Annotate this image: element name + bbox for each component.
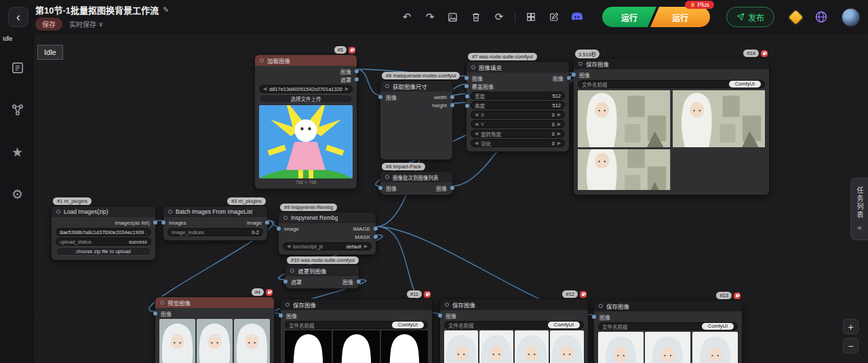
input-port[interactable] <box>465 76 469 80</box>
saved-image[interactable] <box>515 330 549 363</box>
node-save-image-12[interactable]: #12 保存图像 图像 文件名前缀ComfyUI <box>439 299 589 363</box>
saved-image[interactable] <box>381 330 428 363</box>
output-port[interactable] <box>374 235 378 239</box>
saved-image[interactable] <box>673 90 766 147</box>
input-port[interactable] <box>283 280 288 284</box>
zoom-out-button[interactable]: − <box>843 338 859 354</box>
input-port[interactable] <box>438 313 442 318</box>
image-select-combo[interactable]: ◀ d817e13d40051542c0701a13203... ▶ <box>259 85 353 93</box>
saved-image[interactable] <box>285 330 332 363</box>
widget-rotation[interactable]: ◀旋转角度0▶ <box>471 130 565 138</box>
preview-image[interactable] <box>234 319 270 363</box>
saved-image-grid[interactable] <box>578 90 765 190</box>
collapse-dot-icon[interactable] <box>56 210 60 214</box>
input-port[interactable] <box>161 221 165 225</box>
filename-prefix-widget[interactable]: 文件名前缀ComfyUI <box>598 322 738 330</box>
input-port[interactable] <box>153 311 157 316</box>
node-header[interactable]: 保存图像 <box>574 58 769 69</box>
edit-title-icon[interactable]: ✎ <box>163 5 169 14</box>
saved-image[interactable] <box>692 332 738 363</box>
combo-next-icon[interactable]: ▶ <box>345 86 349 92</box>
node-load-image[interactable]: #5 加载图像 图像 遮罩 ◀ d817e13d40051542c0701a13… <box>254 54 357 189</box>
widget-x[interactable]: ◀X0▶ <box>471 111 565 119</box>
run-button[interactable]: 运行 <box>602 7 656 27</box>
export-image-button[interactable] <box>444 8 462 26</box>
node-batch-from-imagelist[interactable]: #3 rh_plugins Batch Images From ImageLis… <box>163 206 268 241</box>
increment-icon[interactable]: ▶ <box>557 140 561 146</box>
preview-image[interactable] <box>159 319 195 363</box>
output-port[interactable] <box>265 221 269 225</box>
run-plus-button[interactable]: 运行 <box>650 7 710 27</box>
layout-grid-button[interactable] <box>522 8 540 26</box>
image-indices-widget[interactable]: image_indices0-2 <box>167 228 263 236</box>
collapse-dot-icon[interactable] <box>285 303 290 307</box>
input-port[interactable] <box>465 104 469 108</box>
increment-icon[interactable]: ▶ <box>557 121 561 127</box>
node-get-image-size[interactable]: #6 masquerade-nodes-comfyui 获取图像尺寸 图像wid… <box>380 80 453 160</box>
task-list-tab[interactable]: 任务列表 « <box>850 178 868 240</box>
output-port[interactable] <box>153 221 157 225</box>
preview-image[interactable] <box>197 319 233 363</box>
saved-image[interactable] <box>479 330 513 363</box>
node-header[interactable]: 图像填充 <box>467 62 569 73</box>
collapse-dot-icon[interactable] <box>168 210 172 214</box>
node-save-image-11[interactable]: #11 保存图像 图像 文件名前缀ComfyUI <box>280 299 433 363</box>
saved-image[interactable] <box>578 149 671 190</box>
saved-image[interactable] <box>333 330 380 363</box>
saved-image[interactable] <box>578 90 671 147</box>
collapse-dot-icon[interactable] <box>260 58 264 62</box>
filename-prefix-widget[interactable]: 文件名前缀ComfyUI <box>285 321 428 329</box>
combo-prev-icon[interactable]: ◀ <box>263 86 267 92</box>
combo-prev-icon[interactable]: ◀ <box>287 244 290 249</box>
sidebar-item-favorites[interactable]: ★ <box>8 142 27 161</box>
choose-zip-button[interactable]: choose zip file to upload <box>56 247 151 256</box>
decrement-icon[interactable]: ◀ <box>475 140 478 146</box>
node-load-images-zip[interactable]: #1 rh_plugins Load Images(zip) images(as… <box>51 206 156 261</box>
collapse-dot-icon[interactable] <box>445 303 449 307</box>
output-port[interactable] <box>374 227 378 231</box>
saved-image[interactable] <box>645 332 690 363</box>
zip-file-combo[interactable]: 8ae5398b7a8c1d37690e2034ec1909 ... <box>56 228 151 236</box>
node-inspyrenet-rembg[interactable]: #9 Inspyrenet-Rembg Inspyrenet Rembg ima… <box>278 212 376 255</box>
node-header[interactable]: 加载图像 <box>255 55 357 66</box>
saved-image[interactable] <box>550 330 584 363</box>
node-header[interactable]: 保存图像 <box>440 299 588 310</box>
collapse-dot-icon[interactable] <box>290 269 294 273</box>
output-port[interactable] <box>355 77 359 81</box>
increment-icon[interactable]: ▶ <box>557 112 561 117</box>
sidebar-item-panel[interactable] <box>8 58 27 77</box>
upload-image-button[interactable]: 选择文件上传 <box>259 94 353 103</box>
user-avatar[interactable] <box>842 8 860 26</box>
sidebar-item-settings[interactable]: ⚙ <box>8 185 27 204</box>
language-globe-button[interactable] <box>814 10 828 24</box>
decrement-icon[interactable]: ◀ <box>475 112 478 117</box>
saved-image[interactable] <box>598 332 644 363</box>
output-port[interactable] <box>355 69 359 73</box>
output-port[interactable] <box>357 280 361 284</box>
node-header[interactable]: 遮罩到图像 <box>285 265 359 276</box>
zoom-in-button[interactable]: + <box>843 319 859 335</box>
input-port[interactable] <box>378 186 382 190</box>
input-port[interactable] <box>465 84 469 88</box>
node-mask-to-image[interactable]: #10 was-node-suite-comfyui 遮罩到图像 遮罩图像 <box>285 265 359 289</box>
undo-button[interactable]: ↶ <box>398 8 416 26</box>
collapse-dot-icon[interactable] <box>471 65 475 69</box>
widget-height[interactable]: 高度512 <box>471 101 565 109</box>
node-batch-to-list[interactable]: #8 Impact-Pack 图像批次到图像列表 图像图像 <box>380 171 453 195</box>
node-header[interactable]: Batch Images From ImageList <box>163 206 267 217</box>
output-port[interactable] <box>450 103 454 107</box>
torchscript-combo[interactable]: ◀torchscript_jitdefault▶ <box>283 242 372 250</box>
collapse-dot-icon[interactable] <box>578 62 583 66</box>
input-port[interactable] <box>592 315 596 319</box>
combo-next-icon[interactable]: ▶ <box>364 244 368 249</box>
input-port[interactable] <box>465 94 469 98</box>
redo-button[interactable]: ↷ <box>421 8 439 26</box>
node-header[interactable]: 保存图像 <box>594 301 742 311</box>
sidebar-item-workflows[interactable] <box>8 100 27 119</box>
increment-icon[interactable]: ▶ <box>557 131 561 136</box>
back-button[interactable]: ‹ <box>8 7 28 27</box>
upload-status-widget[interactable]: upload_statussuccess <box>56 237 151 246</box>
saved-image-row[interactable] <box>598 332 738 363</box>
node-header[interactable]: Inspyrenet Rembg <box>279 212 376 223</box>
delete-button[interactable] <box>467 8 485 26</box>
